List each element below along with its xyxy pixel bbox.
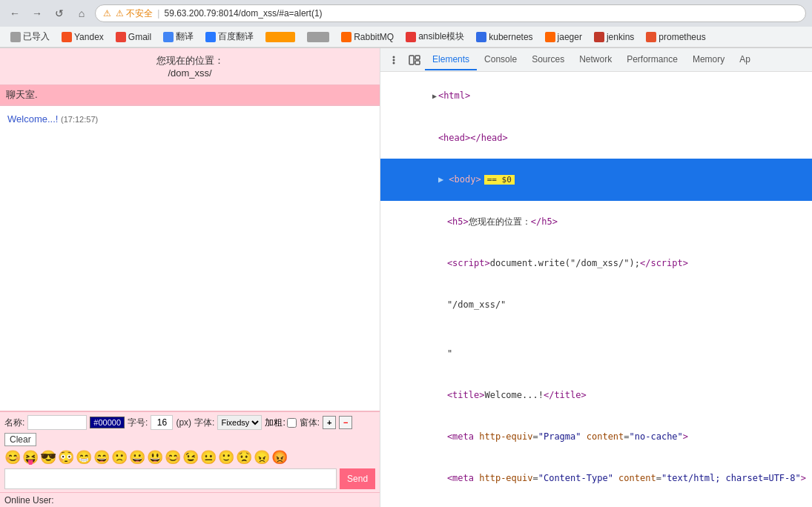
elements-panel[interactable]: ▶<html> <head></head> ▶ <body>== $0 <h5>… <box>380 72 812 507</box>
eq2: = <box>624 431 629 442</box>
dom-line-meta-pragma[interactable]: <meta http-equiv="Pragma" content="no-ca… <box>380 416 812 457</box>
name-input[interactable] <box>27 415 87 430</box>
tag-html: <html> <box>438 90 470 101</box>
bookmark-icon <box>406 32 416 42</box>
attr-content1: content <box>587 431 624 442</box>
home-button[interactable]: ⌂ <box>73 4 90 22</box>
dom-line-body-selected[interactable]: ▶ <body>== $0 <box>380 159 812 201</box>
attr-val-ct: "Content-Type" <box>538 473 613 483</box>
font-select[interactable]: Fixedsy Arial Times <box>217 415 262 430</box>
eq4: = <box>656 473 661 483</box>
dom-line-quote[interactable]: " <box>380 333 812 374</box>
eq3: = <box>532 473 538 483</box>
dom-line-head[interactable]: <head></head> <box>380 117 812 159</box>
dom-line-html[interactable]: ▶<html> <box>380 75 812 117</box>
address-bar[interactable]: ⚠ ⚠ 不安全 | 59.63.200.79:8014/dom_xss/#a=a… <box>95 4 806 22</box>
devtools-menu-icon[interactable] <box>383 50 404 70</box>
size-input[interactable] <box>151 415 173 430</box>
forward-button[interactable]: → <box>28 4 46 22</box>
tag-h5-open: <h5> <box>447 216 469 227</box>
tab-app[interactable]: Ap <box>732 50 758 70</box>
bookmark-kubernetes[interactable]: kubernetes <box>472 30 537 44</box>
color-box[interactable]: #00000 <box>90 417 125 428</box>
bookmark-icon <box>646 32 656 42</box>
bookmark-icon <box>10 32 21 42</box>
bold-checkbox[interactable] <box>287 418 297 428</box>
tab-console[interactable]: Console <box>477 50 524 70</box>
bookmark-rabbitmq[interactable]: RabbitMQ <box>337 30 398 44</box>
dom-line-meta-keywords[interactable]: <meta name="keywords" content="Welcome..… <box>380 499 812 507</box>
tab-memory[interactable]: Memory <box>685 50 732 70</box>
emoji-0[interactable]: 😊 <box>4 449 21 465</box>
width-minus-button[interactable]: − <box>339 416 352 429</box>
bookmark-icon <box>307 32 329 42</box>
bookmark-jaeger[interactable]: jaeger <box>541 30 587 44</box>
bookmark-gmail[interactable]: Gmail <box>111 30 156 44</box>
tab-performance[interactable]: Performance <box>619 50 685 70</box>
bookmark-jenkins[interactable]: jenkins <box>590 30 638 44</box>
emoji-6[interactable]: 🙁 <box>111 449 128 465</box>
width-plus-button[interactable]: + <box>323 416 336 429</box>
bookmark-icon <box>205 32 216 42</box>
tag-head: <head></head> <box>438 133 508 143</box>
emoji-12[interactable]: 🙂 <box>218 449 234 465</box>
bookmark-label: ansible模块 <box>418 30 464 43</box>
bookmark-icon <box>62 32 72 42</box>
tag-script1-close: </script> <box>640 258 688 268</box>
bookmark-item5[interactable] <box>261 30 300 44</box>
emoji-7[interactable]: 😀 <box>129 449 145 465</box>
devtools-layout-icon[interactable] <box>404 50 425 70</box>
emoji-4[interactable]: 😁 <box>76 449 92 465</box>
tab-sources[interactable]: Sources <box>524 50 572 70</box>
devtools-tabs: Elements Console Sources Network Perform… <box>380 48 812 72</box>
bookmark-yandex[interactable]: Yandex <box>57 30 108 44</box>
message-time: (17:12:57) <box>61 115 98 124</box>
reload-button[interactable]: ↺ <box>50 4 68 22</box>
chat-messages[interactable]: Welcome...! (17:12:57) <box>0 105 380 411</box>
attr-val-nocache: "no-cache" <box>630 431 683 442</box>
bookmark-label: jenkins <box>607 32 634 42</box>
url-separator: | <box>157 8 159 19</box>
message-row: Send <box>4 468 375 489</box>
bookmark-label: 已导入 <box>23 30 50 43</box>
back-button[interactable]: ← <box>6 4 24 22</box>
security-warning-icon: ⚠ <box>103 8 111 19</box>
dom-line-h5[interactable]: <h5>您现在的位置：</h5> <box>380 201 812 242</box>
bookmark-label: Gmail <box>128 32 151 42</box>
message-input[interactable] <box>4 468 337 489</box>
dom-line-title[interactable]: <title>Welcome...!</title> <box>380 374 812 416</box>
bookmark-prometheus[interactable]: prometheus <box>641 30 710 44</box>
emoji-13[interactable]: 😟 <box>236 449 252 465</box>
dom-line-meta-contenttype[interactable]: <meta http-equiv="Content-Type" content=… <box>380 457 812 499</box>
emoji-3[interactable]: 😳 <box>58 449 74 465</box>
emoji-2[interactable]: 😎 <box>40 449 56 465</box>
security-warning-text: ⚠ 不安全 <box>116 7 153 20</box>
emoji-5[interactable]: 😄 <box>93 449 110 465</box>
devtools-panel: Elements Console Sources Network Perform… <box>380 48 812 507</box>
dom-line-script1[interactable]: <script>document.write("/dom_xss/");</sc… <box>380 242 812 284</box>
emoji-15[interactable]: 😡 <box>271 449 288 465</box>
bookmarks-bar: 已导入 Yandex Gmail 翻译 百度翻译 RabbitMQ <box>0 27 812 47</box>
clear-button[interactable]: Clear <box>4 433 36 446</box>
dom-line-text1[interactable]: "/dom_xss/" <box>380 284 812 325</box>
emoji-1[interactable]: 😝 <box>22 449 39 465</box>
send-button[interactable]: Send <box>340 468 375 489</box>
emoji-9[interactable]: 😊 <box>165 449 181 465</box>
tab-elements[interactable]: Elements <box>425 50 477 70</box>
emoji-8[interactable]: 😃 <box>147 449 163 465</box>
emoji-10[interactable]: 😉 <box>182 449 199 465</box>
width-label: 窗体: <box>300 417 320 429</box>
eq1: = <box>532 431 538 442</box>
bookmark-label: Yandex <box>74 32 104 42</box>
bookmark-translate1[interactable]: 翻译 <box>159 29 198 44</box>
emoji-14[interactable]: 😠 <box>254 449 270 465</box>
bookmark-yiru[interactable]: 已导入 <box>6 29 54 44</box>
tab-network[interactable]: Network <box>572 50 619 70</box>
bookmark-label: kubernetes <box>489 32 532 42</box>
bookmark-translate2[interactable]: 百度翻译 <box>201 29 258 44</box>
emoji-11[interactable]: 😐 <box>200 449 217 465</box>
equals-badge: == $0 <box>484 175 515 185</box>
bookmark-ansible[interactable]: ansible模块 <box>401 29 469 44</box>
bookmark-item6[interactable] <box>303 30 334 44</box>
attr-val-ctval: "text/html; charset=UTF-8" <box>661 473 801 483</box>
